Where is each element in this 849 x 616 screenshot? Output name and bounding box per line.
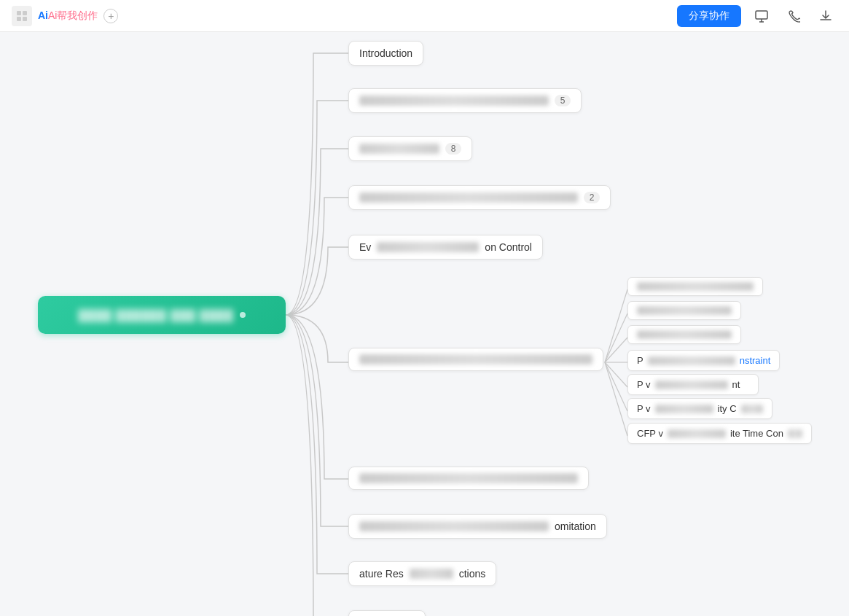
- add-button[interactable]: +: [103, 9, 118, 23]
- branch-node-6[interactable]: [348, 348, 603, 371]
- expand-dot[interactable]: [240, 312, 246, 318]
- topbar-left: AiAi帮我创作 +: [12, 6, 118, 26]
- node-label: [359, 192, 578, 203]
- node-label: [359, 95, 549, 106]
- svg-line-8: [605, 313, 627, 362]
- sub-node-4[interactable]: P nstraint: [627, 350, 780, 371]
- node-label: [359, 144, 439, 154]
- svg-line-7: [605, 289, 627, 362]
- branch-node-introduction[interactable]: Introduction: [348, 41, 423, 66]
- sub-node-7[interactable]: CFP v ite Time Con: [627, 423, 812, 444]
- app-icon: [12, 6, 32, 26]
- branch-node-9[interactable]: ature Res ctions: [348, 561, 496, 586]
- svg-rect-0: [17, 11, 21, 15]
- node-label-end: on Control: [485, 241, 532, 253]
- branch-node-2[interactable]: 5: [348, 88, 582, 113]
- svg-rect-1: [23, 11, 27, 15]
- sub-node-5[interactable]: P v nt: [627, 374, 759, 395]
- svg-rect-2: [17, 17, 21, 21]
- branch-node-8[interactable]: omitation: [348, 514, 607, 539]
- topbar: AiAi帮我创作 + 分享协作: [0, 0, 849, 32]
- branch-node-3[interactable]: 8: [348, 136, 472, 161]
- branch-node-5[interactable]: Ev on Control: [348, 235, 543, 260]
- node-label: [359, 473, 578, 483]
- topbar-right: 分享协作: [677, 4, 837, 28]
- svg-line-12: [605, 362, 627, 411]
- svg-line-9: [605, 338, 627, 362]
- branch-node-conclusions[interactable]: Conclusions: [348, 610, 426, 616]
- node-badge: 2: [584, 192, 600, 203]
- sub-node-3[interactable]: [627, 325, 741, 344]
- node-badge: 5: [555, 95, 571, 106]
- central-node[interactable]: ████ ██████ ███ ████: [38, 296, 286, 334]
- sub-node-link[interactable]: nstraint: [740, 355, 771, 366]
- sub-node-label-blurred: [655, 405, 713, 413]
- sub-node-label-blurred: [655, 381, 728, 389]
- svg-rect-4: [756, 11, 767, 19]
- node-label-blurred: [410, 569, 453, 579]
- sub-node-1[interactable]: [627, 277, 763, 296]
- sub-node-label: [637, 330, 732, 339]
- logo-text: AiAi帮我创作: [38, 9, 98, 23]
- phone-icon[interactable]: [782, 4, 805, 28]
- node-label: Ev: [359, 241, 371, 253]
- central-node-text: ████ ██████ ███ ████: [78, 309, 233, 321]
- mind-map-canvas: ████ ██████ ███ ████ Introduction 5 8 2 …: [0, 32, 849, 616]
- present-icon[interactable]: [750, 4, 773, 28]
- node-badge: 8: [445, 143, 461, 155]
- sub-node-6[interactable]: P v ity C: [627, 398, 772, 419]
- node-label: [359, 521, 549, 531]
- sub-node-label-blurred2: [741, 405, 763, 413]
- sub-node-label-blurred2: [788, 429, 802, 438]
- svg-rect-3: [23, 17, 27, 21]
- svg-line-11: [605, 362, 627, 387]
- sub-node-label-blurred: [668, 429, 726, 438]
- sub-node-label-blurred: [648, 356, 735, 365]
- download-icon[interactable]: [814, 4, 837, 28]
- svg-line-13: [605, 362, 627, 436]
- sub-node-2[interactable]: [627, 301, 741, 320]
- node-label: [359, 354, 592, 364]
- sub-node-label: [637, 282, 754, 291]
- node-label: Introduction: [359, 47, 412, 59]
- share-button[interactable]: 分享协作: [677, 5, 741, 27]
- branch-node-4[interactable]: 2: [348, 185, 611, 210]
- branch-node-7[interactable]: [348, 467, 589, 490]
- sub-node-label: [637, 306, 732, 315]
- node-label-blurred: [377, 242, 479, 252]
